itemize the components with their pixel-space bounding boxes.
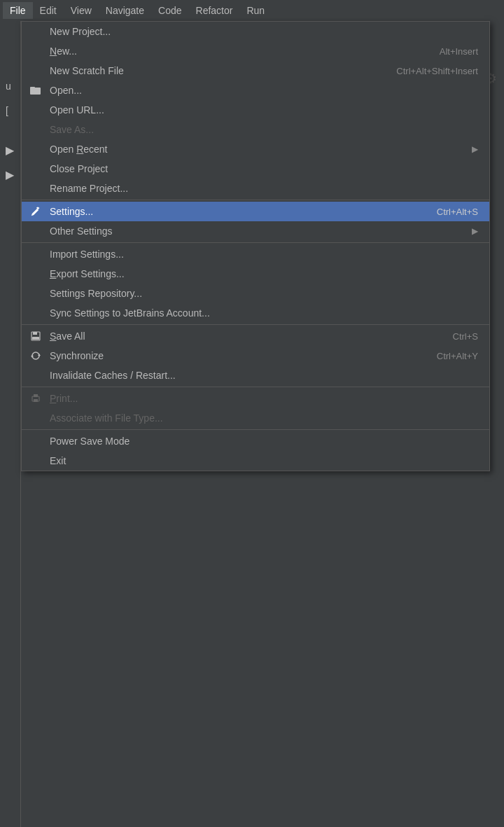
menu-item-open[interactable]: Open... [22,81,489,100]
menu-item-save-as-label: Save As... [50,124,94,135]
menu-item-new-project[interactable]: New Project... [22,22,489,41]
print-icon [29,391,43,405]
menu-item-invalidate-caches[interactable]: Invalidate Caches / Restart... [22,366,489,385]
menu-item-other-settings-label: Other Settings [50,225,113,237]
menu-item-settings-repository[interactable]: Settings Repository... [22,284,489,303]
menu-item-new[interactable]: New... Alt+Insert [22,41,489,61]
separator-5 [22,429,489,430]
wrench-icon [29,204,43,218]
menu-item-rename-project[interactable]: Rename Project... [22,179,489,198]
menubar: File Edit View Navigate Code Refactor Ru… [0,0,504,21]
file-dropdown-menu: New Project... New... Alt+Insert New Scr… [21,21,490,471]
svg-rect-3 [33,332,37,335]
menu-item-associate-file-type: Associate with File Type... [22,408,489,428]
menu-item-save-as: Save As... [22,120,489,139]
menu-item-sync-settings[interactable]: Sync Settings to JetBrains Account... [22,303,489,323]
menu-item-new-scratch-file-shortcut: Ctrl+Alt+Shift+Insert [396,66,478,76]
open-recent-arrow-icon: ▶ [472,144,478,154]
menubar-navigate[interactable]: Navigate [99,2,151,19]
menu-item-new-scratch-file[interactable]: New Scratch File Ctrl+Alt+Shift+Insert [22,61,489,81]
menu-item-open-recent-label: Open Recent [50,144,108,155]
separator-1 [22,200,489,200]
menu-item-new-scratch-file-label: New Scratch File [50,65,124,76]
ide-sidebar: u [ ▶ ▶ [0,21,21,827]
menu-item-open-label: Open... [50,85,82,96]
sidebar-u: u [6,81,11,92]
menu-item-associate-file-type-label: Associate with File Type... [50,412,163,424]
svg-rect-8 [34,394,38,397]
menu-item-synchronize[interactable]: Synchronize Ctrl+Alt+Y [22,346,489,366]
menubar-edit[interactable]: Edit [33,2,64,19]
menu-item-import-settings-label: Import Settings... [50,249,124,260]
menu-item-close-project-label: Close Project [50,163,108,174]
menu-item-new-label: New... [50,46,77,57]
menu-item-save-all-shortcut: Ctrl+S [453,331,478,342]
svg-rect-9 [34,399,38,402]
menu-item-print-label: Print... [50,393,78,404]
menu-item-power-save-mode[interactable]: Power Save Mode [22,431,489,451]
menu-item-export-settings[interactable]: Export Settings... [22,264,489,284]
svg-rect-4 [32,337,39,340]
save-icon [29,329,43,343]
menu-item-print: Print... [22,389,489,408]
menu-item-rename-project-label: Rename Project... [50,183,128,194]
separator-2 [22,242,489,243]
menu-item-settings-shortcut: Ctrl+Alt+S [437,207,478,217]
menubar-file[interactable]: File [3,2,33,19]
sync-icon [29,349,43,363]
separator-4 [22,387,489,387]
menubar-refactor[interactable]: Refactor [189,2,240,19]
menu-item-exit-label: Exit [50,455,66,466]
menu-item-save-all-label: Save All [50,331,85,342]
menu-item-open-url[interactable]: Open URL... [22,100,489,120]
menubar-code[interactable]: Code [151,2,188,19]
separator-3 [22,324,489,325]
menubar-run[interactable]: Run [239,2,272,19]
menu-item-new-shortcut: Alt+Insert [440,46,478,57]
menu-item-new-project-label: New Project... [50,26,111,37]
menu-item-exit[interactable]: Exit [22,451,489,471]
menu-item-settings[interactable]: Settings... Ctrl+Alt+S [22,202,489,221]
menu-item-import-settings[interactable]: Import Settings... [22,244,489,264]
folder-icon [29,83,43,97]
menu-item-sync-settings-label: Sync Settings to JetBrains Account... [50,307,210,319]
menu-item-open-recent[interactable]: Open Recent ▶ [22,139,489,159]
sidebar-bracket: [ [6,105,8,116]
menu-item-open-url-label: Open URL... [50,104,104,116]
menu-item-settings-repository-label: Settings Repository... [50,288,142,299]
run-arrow[interactable]: ▶ [6,144,14,157]
menu-item-synchronize-shortcut: Ctrl+Alt+Y [437,351,478,361]
menu-item-close-project[interactable]: Close Project [22,159,489,179]
menu-item-other-settings[interactable]: Other Settings ▶ [22,221,489,241]
menu-item-power-save-mode-label: Power Save Mode [50,436,130,447]
svg-rect-1 [30,87,35,89]
run-arrow2[interactable]: ▶ [6,168,14,181]
menu-item-settings-label: Settings... [50,206,93,217]
menu-item-export-settings-label: Export Settings... [50,268,125,279]
menubar-view[interactable]: View [64,2,99,19]
menu-item-synchronize-label: Synchronize [50,350,104,361]
menu-item-save-all[interactable]: Save All Ctrl+S [22,326,489,346]
menu-item-invalidate-caches-label: Invalidate Caches / Restart... [50,370,176,381]
other-settings-arrow-icon: ▶ [472,226,478,236]
